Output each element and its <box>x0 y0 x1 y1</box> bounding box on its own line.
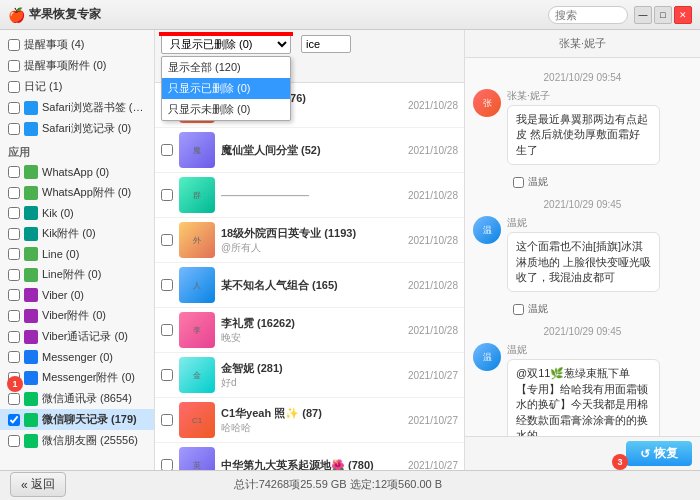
sidebar-item-whatsapp[interactable]: WhatsApp (0) <box>0 162 154 182</box>
sidebar-item-tixingfujian[interactable]: 提醒事项附件 (0) <box>0 55 154 76</box>
sidebar-check-safari-bookmark[interactable] <box>8 102 20 114</box>
msg-checkbox-row-2: 温妮 <box>473 300 692 320</box>
minimize-button[interactable]: — <box>634 6 652 24</box>
msg-row-3: 温 温妮 @双11🌿葱绿束瓶下单【专用】给哈我有用面霜顿水的换矿】今天我都是用棉… <box>473 343 692 436</box>
filter-menu-item-deleted[interactable]: 只显示已删除 (0) <box>162 78 290 99</box>
chat-check-6[interactable] <box>161 324 173 336</box>
chat-meta-8: 2021/10/27 <box>408 415 458 426</box>
msg-content-2: 温妮 这个面霜也不油[插旗]冰淇淋质地的 上脸很快变哑光吸收了，我混油皮都可 <box>507 216 660 292</box>
annotation-badge-3: 3 <box>612 454 628 470</box>
chat-info-8: C1华yeah 照✨ (87) 哈哈哈 <box>221 406 402 435</box>
chat-check-3[interactable] <box>161 189 173 201</box>
sidebar-check-viber-attach[interactable] <box>8 310 20 322</box>
sidebar-item-viber-attach[interactable]: Viber附件 (0) <box>0 305 154 326</box>
sidebar-item-wechat-moment[interactable]: 微信朋友圈 (25556) <box>0 430 154 451</box>
sidebar-check-wechat-msg[interactable] <box>8 393 20 405</box>
sidebar-check-kik[interactable] <box>8 207 20 219</box>
chat-meta-9: 2021/10/27 <box>408 460 458 471</box>
chat-avatar-5: 人 <box>179 267 215 303</box>
sidebar-check-safari-history[interactable] <box>8 123 20 135</box>
top-search-input[interactable] <box>548 6 628 24</box>
chat-item[interactable]: 外 18级外院西日英专业 (1193) @所有人 2021/10/28 <box>155 218 464 263</box>
chat-avatar-7: 金 <box>179 357 215 393</box>
sidebar-check-riji[interactable] <box>8 81 20 93</box>
chat-item[interactable]: 李 李礼霓 (16262) 晚安 2021/10/28 <box>155 308 464 353</box>
sidebar-item-tixing[interactable]: 提醒事项 (4) <box>0 34 154 55</box>
msg-date-label-3: 2021/10/29 09:45 <box>473 326 692 337</box>
chat-info-5: 某不知名人气组合 (165) <box>221 278 402 293</box>
sidebar-item-wechat-chat[interactable]: 微信聊天记录 (179) <box>0 409 154 430</box>
apps-section-header: 应用 <box>0 139 154 162</box>
sidebar-check-tixing[interactable] <box>8 39 20 51</box>
chat-item[interactable]: 金 金智妮 (281) 好d 2021/10/27 <box>155 353 464 398</box>
viber-call-icon <box>24 330 38 344</box>
bottom-bar: « 返回 总计:74268项25.59 GB 选定:12项560.00 B <box>0 470 700 498</box>
chat-check-8[interactable] <box>161 414 173 426</box>
right-panel-header: 张某·妮子 <box>465 30 700 58</box>
chat-info-4: 18级外院西日英专业 (1193) @所有人 <box>221 226 402 255</box>
whatsapp-attach-icon <box>24 186 38 200</box>
maximize-button[interactable]: □ <box>654 6 672 24</box>
sidebar-item-messenger[interactable]: Messenger (0) <box>0 347 154 367</box>
chat-meta-3: 2021/10/28 <box>408 190 458 201</box>
chat-check-2[interactable] <box>161 144 173 156</box>
safari-history-icon <box>24 122 38 136</box>
sidebar-item-safari-history[interactable]: Safari浏览记录 (0) <box>0 118 154 139</box>
sidebar-check-line[interactable] <box>8 248 20 260</box>
sidebar: 提醒事项 (4) 提醒事项附件 (0) 日记 (1) Safari浏览器书签 (… <box>0 30 155 470</box>
sidebar-check-wechat-moment[interactable] <box>8 435 20 447</box>
chat-item[interactable]: 魔 魔仙堂人间分堂 (52) 2021/10/28 <box>155 128 464 173</box>
msg-label-2: 温妮 <box>528 302 548 316</box>
sidebar-item-line[interactable]: Line (0) <box>0 244 154 264</box>
restore-button[interactable]: ↺ 恢复 <box>626 441 692 466</box>
sidebar-check-messenger[interactable] <box>8 351 20 363</box>
sidebar-item-wechat-msg[interactable]: 微信通讯录 (8654) <box>0 388 154 409</box>
chat-avatar-4: 外 <box>179 222 215 258</box>
right-panel: 张某·妮子 2021/10/29 09:54 张 张某·妮子 我是最近鼻翼那两边… <box>465 30 700 470</box>
sidebar-check-kik-attach[interactable] <box>8 228 20 240</box>
msg-check-1[interactable] <box>513 177 524 188</box>
sidebar-item-viber-call[interactable]: Viber通话记录 (0) <box>0 326 154 347</box>
close-button[interactable]: ✕ <box>674 6 692 24</box>
sidebar-item-safari-bookmark[interactable]: Safari浏览器书签 (19) <box>0 97 154 118</box>
chat-item[interactable]: 人 某不知名人气组合 (165) 2021/10/28 <box>155 263 464 308</box>
filter-select[interactable]: 显示全部 (120) 只显示已删除 (0) 只显示未删除 (0) <box>161 34 291 54</box>
sidebar-check-viber[interactable] <box>8 289 20 301</box>
back-button[interactable]: « 返回 <box>10 472 66 497</box>
chat-check-5[interactable] <box>161 279 173 291</box>
sidebar-check-tixingfujian[interactable] <box>8 60 20 72</box>
filter-menu: 显示全部 (120) 只显示已删除 (0) 只显示未删除 (0) <box>161 56 291 121</box>
chat-check-9[interactable] <box>161 459 173 470</box>
sidebar-check-whatsapp[interactable] <box>8 166 20 178</box>
chat-item[interactable]: C1 C1华yeah 照✨ (87) 哈哈哈 2021/10/27 <box>155 398 464 443</box>
msg-content-3: 温妮 @双11🌿葱绿束瓶下单【专用】给哈我有用面霜顿水的换矿】今天我都是用棉经数… <box>507 343 660 436</box>
sidebar-check-line-attach[interactable] <box>8 269 20 281</box>
msg-bubble-2: 这个面霜也不油[插旗]冰淇淋质地的 上脸很快变哑光吸收了，我混油皮都可 <box>507 232 660 292</box>
filter-menu-item-all[interactable]: 显示全部 (120) <box>162 57 290 78</box>
sidebar-item-line-attach[interactable]: Line附件 (0) <box>0 264 154 285</box>
sidebar-item-kik-attach[interactable]: Kik附件 (0) <box>0 223 154 244</box>
sidebar-check-wechat-chat[interactable] <box>8 414 20 426</box>
sidebar-item-viber[interactable]: Viber (0) <box>0 285 154 305</box>
filter-menu-item-undeleted[interactable]: 只显示未删除 (0) <box>162 99 290 120</box>
msg-avatar-1: 张 <box>473 89 501 117</box>
msg-check-2[interactable] <box>513 304 524 315</box>
sidebar-item-kik[interactable]: Kik (0) <box>0 203 154 223</box>
chat-item[interactable]: 英 中华第九大英系起源地🌺 (780) 2021/10/27 <box>155 443 464 470</box>
chat-avatar-9: 英 <box>179 447 215 470</box>
chat-meta-4: 2021/10/28 <box>408 235 458 246</box>
sidebar-check-viber-call[interactable] <box>8 331 20 343</box>
sidebar-item-whatsapp-attach[interactable]: WhatsApp附件 (0) <box>0 182 154 203</box>
sidebar-item-messenger-attach[interactable]: Messenger附件 (0) <box>0 367 154 388</box>
chat-item[interactable]: 群 ———————— 2021/10/28 <box>155 173 464 218</box>
sidebar-check-whatsapp-attach[interactable] <box>8 187 20 199</box>
msg-date-label-1: 2021/10/29 09:54 <box>473 72 692 83</box>
chat-avatar-3: 群 <box>179 177 215 213</box>
msg-label-1: 温妮 <box>528 175 548 189</box>
chat-check-7[interactable] <box>161 369 173 381</box>
chat-avatar-6: 李 <box>179 312 215 348</box>
sidebar-item-riji[interactable]: 日记 (1) <box>0 76 154 97</box>
chat-check-4[interactable] <box>161 234 173 246</box>
chat-search-input[interactable] <box>301 35 351 53</box>
chat-info-3: ———————— <box>221 189 402 201</box>
